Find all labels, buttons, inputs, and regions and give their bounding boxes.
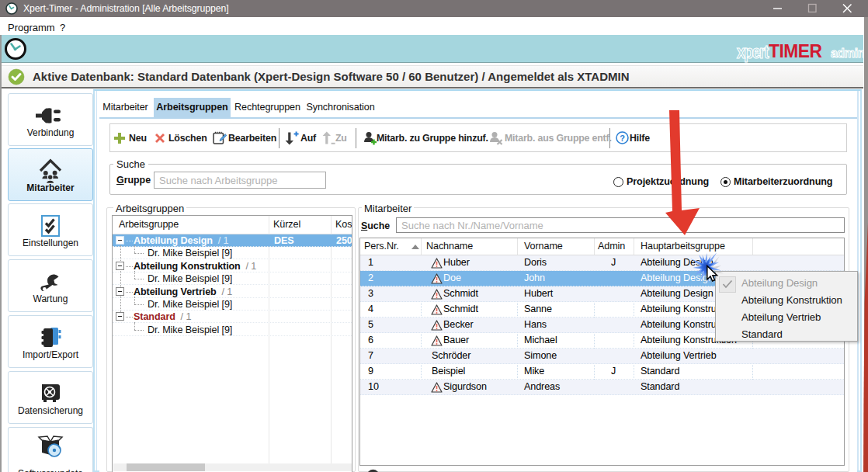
svg-text:?: ? (620, 134, 625, 143)
